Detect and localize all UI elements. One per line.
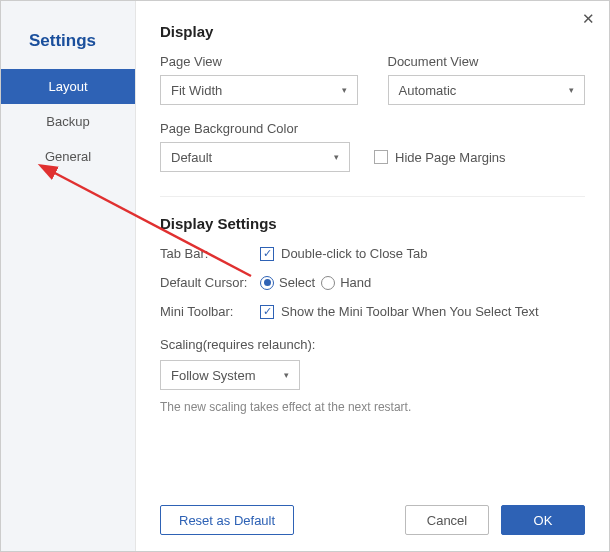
document-view-select[interactable]: Automatic ▾	[388, 75, 586, 105]
sidebar-title: Settings	[1, 31, 135, 69]
section-title-display: Display	[160, 23, 585, 40]
page-view-select[interactable]: Fit Width ▾	[160, 75, 358, 105]
scaling-select[interactable]: Follow System ▾	[160, 360, 300, 390]
dialog-footer: Reset as Default Cancel OK	[160, 485, 585, 535]
default-cursor-row: Default Cursor: Select Hand	[160, 275, 585, 290]
close-icon: ✕	[582, 10, 595, 27]
cursor-hand-label: Hand	[340, 275, 371, 290]
cursor-select-radio[interactable]: Select	[260, 275, 315, 290]
checkbox-box-icon	[374, 150, 388, 164]
checkbox-box-icon: ✓	[260, 305, 274, 319]
document-view-value: Automatic	[399, 83, 457, 98]
double-click-close-checkbox[interactable]: ✓ Double-click to Close Tab	[260, 246, 427, 261]
background-label: Page Background Color	[160, 121, 585, 136]
cursor-select-label: Select	[279, 275, 315, 290]
section-title-display-settings: Display Settings	[160, 215, 585, 232]
page-view-field: Page View Fit Width ▾	[160, 54, 358, 105]
radio-dot-icon	[321, 276, 335, 290]
tab-bar-row: Tab Bar: ✓ Double-click to Close Tab	[160, 246, 585, 261]
reset-default-button[interactable]: Reset as Default	[160, 505, 294, 535]
sidebar-item-general[interactable]: General	[1, 139, 135, 174]
ok-button[interactable]: OK	[501, 505, 585, 535]
default-cursor-label: Default Cursor:	[160, 275, 260, 290]
chevron-down-icon: ▾	[569, 85, 574, 95]
mini-toolbar-row: Mini Toolbar: ✓ Show the Mini Toolbar Wh…	[160, 304, 585, 319]
cursor-hand-radio[interactable]: Hand	[321, 275, 371, 290]
footer-right: Cancel OK	[405, 505, 585, 535]
page-view-value: Fit Width	[171, 83, 222, 98]
mini-toolbar-label: Mini Toolbar:	[160, 304, 260, 319]
chevron-down-icon: ▾	[284, 370, 289, 380]
double-click-close-label: Double-click to Close Tab	[281, 246, 427, 261]
settings-dialog: Settings Layout Backup General ✕ Display…	[0, 0, 610, 552]
chevron-down-icon: ▾	[342, 85, 347, 95]
page-view-label: Page View	[160, 54, 358, 69]
close-button[interactable]: ✕	[582, 11, 595, 26]
document-view-field: Document View Automatic ▾	[388, 54, 586, 105]
scaling-note: The new scaling takes effect at the next…	[160, 400, 585, 414]
scaling-label: Scaling(requires relaunch):	[160, 337, 585, 352]
divider	[160, 196, 585, 197]
cancel-button[interactable]: Cancel	[405, 505, 489, 535]
scaling-value: Follow System	[171, 368, 256, 383]
radio-dot-icon	[260, 276, 274, 290]
checkbox-box-icon: ✓	[260, 247, 274, 261]
hide-margins-checkbox[interactable]: Hide Page Margins	[374, 150, 506, 165]
sidebar-item-label: Backup	[46, 114, 89, 129]
background-value: Default	[171, 150, 212, 165]
hide-margins-label: Hide Page Margins	[395, 150, 506, 165]
chevron-down-icon: ▾	[334, 152, 339, 162]
sidebar-item-layout[interactable]: Layout	[1, 69, 135, 104]
display-row-1: Page View Fit Width ▾ Document View Auto…	[160, 54, 585, 105]
main-panel: ✕ Display Page View Fit Width ▾ Document…	[136, 1, 609, 551]
mini-toolbar-checkbox[interactable]: ✓ Show the Mini Toolbar When You Select …	[260, 304, 539, 319]
sidebar-item-label: General	[45, 149, 91, 164]
scaling-block: Scaling(requires relaunch): Follow Syste…	[160, 337, 585, 414]
sidebar: Settings Layout Backup General	[1, 1, 136, 551]
document-view-label: Document View	[388, 54, 586, 69]
tab-bar-label: Tab Bar:	[160, 246, 260, 261]
background-select[interactable]: Default ▾	[160, 142, 350, 172]
sidebar-item-backup[interactable]: Backup	[1, 104, 135, 139]
mini-toolbar-option-label: Show the Mini Toolbar When You Select Te…	[281, 304, 539, 319]
background-row: Default ▾ Hide Page Margins	[160, 142, 585, 172]
sidebar-item-label: Layout	[48, 79, 87, 94]
